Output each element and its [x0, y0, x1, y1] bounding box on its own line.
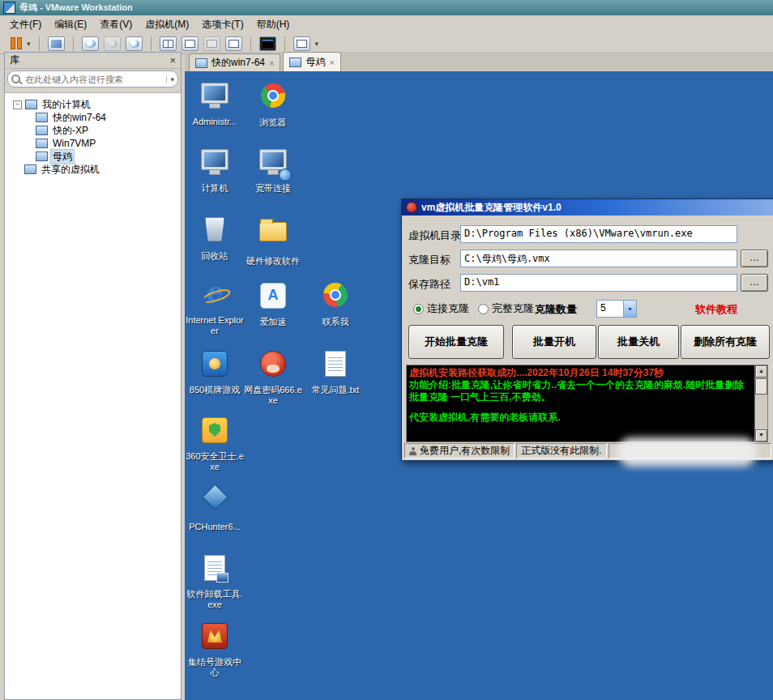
tutorial-link[interactable]: 软件教程 [695, 302, 737, 317]
window-title: 母鸡 - VMware Workstation [19, 2, 133, 14]
radio-unchecked-icon [478, 304, 489, 314]
console-view-icon[interactable] [203, 36, 220, 51]
browse-target-button[interactable]: … [741, 250, 768, 267]
vm-tree: − 我的计算机 快的win7-64 快的-XP Win7VMP 母鸡 [5, 93, 181, 176]
clone-target-input[interactable]: C:\母鸡\母鸡.vmx [460, 250, 737, 267]
desktop-icon-jijiehao[interactable]: 集结号游戏中心 [185, 621, 245, 678]
tab-close-icon[interactable]: × [329, 58, 334, 67]
fullscreen-icon[interactable] [293, 36, 310, 51]
log-line: 虚拟机安装路径获取成功....2022年10月26日 14时37分37秒 [409, 367, 753, 379]
browse-save-button[interactable]: … [741, 274, 768, 292]
desktop-icon-computer[interactable]: 计算机 [185, 147, 245, 194]
menu-vm[interactable]: 虚拟机(M) [139, 15, 195, 34]
tree-item-label: Win7VMP [51, 138, 97, 149]
tab-label: 快的win7-64 [211, 56, 265, 70]
desktop-icon-pchunter[interactable]: PCHunter6... [185, 481, 245, 532]
log-console[interactable]: 虚拟机安装路径获取成功....2022年10月26日 14时37分37秒 功能介… [406, 365, 768, 442]
tree-item-my-computer[interactable]: − 我的计算机 [5, 98, 181, 111]
game-center-icon [185, 623, 245, 655]
batch-power-off-button[interactable]: 批量关机 [598, 325, 679, 359]
batch-power-on-button[interactable]: 批量开机 [512, 325, 596, 359]
tree-item-vm-muji[interactable]: 母鸡 [5, 150, 181, 163]
accelerator-icon [243, 283, 303, 315]
toolbar-separator [250, 36, 251, 51]
tab-label: 母鸡 [305, 55, 325, 69]
desktop-icon-aijiasu[interactable]: 爱加速 [243, 280, 303, 327]
search-dropdown-caret[interactable]: ▾ [166, 75, 174, 83]
vm-icon [36, 113, 48, 122]
desktop-icon-850-game[interactable]: 850棋牌游戏 [185, 348, 245, 395]
library-title: 库 [10, 53, 19, 67]
snapshot-manager-icon[interactable] [126, 36, 143, 51]
desktop-icon-internet-explorer[interactable]: Internet Explorer [185, 280, 245, 336]
unity-mode-icon[interactable] [225, 36, 242, 51]
desktop-icon-broadband[interactable]: 宽带连接 [243, 147, 303, 194]
desktop-icon-360-safe[interactable]: 360安全卫士.exe [185, 415, 245, 472]
tree-item-shared-vms[interactable]: 共享的虚拟机 [5, 163, 181, 176]
console-scrollbar[interactable]: ▲ ▼ [754, 365, 767, 442]
shield-icon [185, 417, 245, 450]
show-thumbnail-bar-icon[interactable] [182, 36, 199, 51]
tab-muji[interactable]: 母鸡 × [283, 52, 340, 71]
monitor-icon [185, 83, 245, 115]
virtual-console-icon[interactable] [259, 36, 276, 51]
vm-tab-icon [195, 58, 207, 68]
vm-icon [36, 126, 48, 135]
clone-count-select[interactable]: 5 ▾ [596, 300, 637, 318]
search-input[interactable] [23, 74, 163, 85]
tree-item-vm-xp[interactable]: 快的-XP [5, 124, 181, 137]
menu-bar: 文件(F) 编辑(E) 查看(V) 虚拟机(M) 选项卡(T) 帮助(H) [0, 15, 773, 33]
scroll-up-icon[interactable]: ▲ [755, 365, 767, 378]
menu-edit[interactable]: 编辑(E) [48, 15, 93, 34]
send-ctrl-alt-del-icon[interactable] [48, 36, 65, 51]
collapse-icon[interactable]: − [13, 100, 22, 109]
delete-all-clones-button[interactable]: 删除所有克隆 [681, 325, 770, 359]
start-batch-clone-button[interactable]: 开始批量克隆 [408, 325, 504, 359]
desktop-icon-hardware-tool[interactable]: 硬件修改软件 [243, 214, 303, 267]
vmrun-path-input[interactable]: D:\Program Files (x86)\VMware\vmrun.exe [460, 225, 737, 243]
desktop-icon-browser[interactable]: 浏览器 [243, 81, 303, 128]
fullscreen-caret[interactable]: ▾ [313, 40, 322, 48]
ie-icon [185, 281, 245, 314]
full-clone-radio[interactable]: 完整克隆 [478, 301, 534, 316]
desktop-icon-netdisk-password[interactable]: 网盘密码666.exe [243, 348, 303, 406]
desktop-icon-uninstaller[interactable]: 软件卸载工具.exe [185, 553, 245, 610]
take-snapshot-icon[interactable] [82, 36, 99, 51]
tree-item-label: 共享的虚拟机 [40, 163, 101, 177]
library-search-box[interactable]: ▾ [7, 70, 178, 88]
dialog-titlebar[interactable]: vm虚拟机批量克隆管理软件v1.0 [402, 199, 773, 216]
window-titlebar[interactable]: 母鸡 - VMware Workstation [0, 0, 773, 15]
menu-tabs[interactable]: 选项卡(T) [195, 15, 250, 34]
desktop-icon-administrator[interactable]: Administr... [185, 81, 245, 127]
menu-help[interactable]: 帮助(H) [250, 15, 297, 34]
uninstall-tool-icon [185, 555, 245, 587]
tree-item-vm-win7vmp[interactable]: Win7VMP [5, 137, 181, 150]
save-path-input[interactable]: D:\vm1 [460, 274, 737, 292]
status-fullversion-segment: 正式版没有此限制. [516, 443, 606, 459]
combo-caret-icon[interactable]: ▾ [623, 301, 636, 317]
desktop-icon-faq-txt[interactable]: 常见问题.txt [305, 348, 365, 395]
tree-item-label: 快的win7-64 [51, 111, 108, 125]
desktop-icon-contact-me[interactable]: 联系我 [305, 280, 365, 327]
search-icon [11, 75, 20, 83]
diamond-icon [185, 488, 245, 520]
computer-icon [25, 100, 37, 109]
suspend-button[interactable] [8, 36, 24, 51]
desktop-icon-recycle-bin[interactable]: 回收站 [185, 214, 245, 262]
contact-icon [305, 283, 365, 315]
menu-view[interactable]: 查看(V) [93, 15, 139, 34]
suspend-menu-caret[interactable]: ▾ [24, 40, 33, 48]
show-library-icon[interactable] [160, 36, 177, 51]
scroll-thumb[interactable] [755, 378, 767, 395]
toolbar-separator [73, 36, 74, 51]
library-close-icon[interactable]: × [169, 55, 176, 66]
revert-snapshot-icon[interactable] [104, 36, 121, 51]
clone-target-label: 克隆目标 [408, 253, 451, 267]
tab-close-icon[interactable]: × [269, 58, 274, 68]
tab-win7-64[interactable]: 快的win7-64 × [189, 53, 280, 71]
menu-file[interactable]: 文件(F) [3, 15, 48, 34]
tree-item-vm-win7-64[interactable]: 快的win7-64 [5, 111, 181, 124]
scroll-down-icon[interactable]: ▼ [755, 429, 767, 442]
tree-item-label: 快的-XP [51, 124, 90, 138]
linked-clone-radio[interactable]: 连接克隆 [413, 301, 469, 316]
